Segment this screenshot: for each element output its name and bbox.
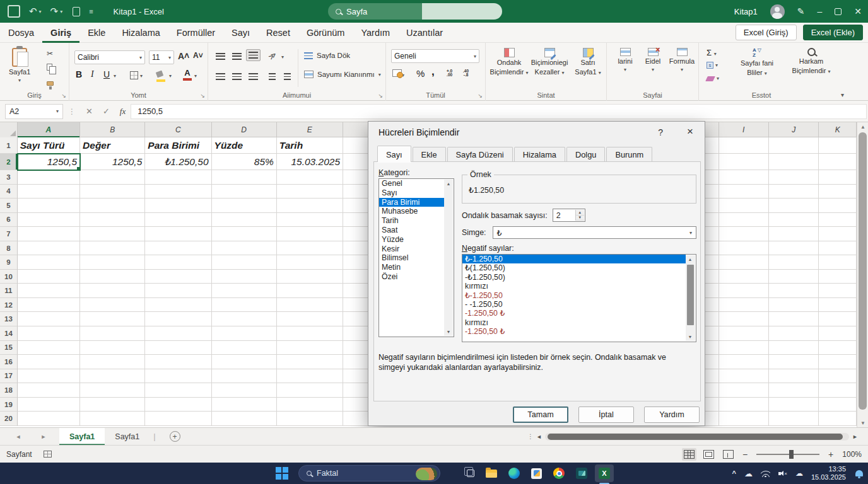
- cell[interactable]: [80, 341, 145, 355]
- column-header[interactable]: I: [719, 122, 769, 137]
- row-header[interactable]: 14: [0, 326, 18, 341]
- dialog-close-icon[interactable]: ×: [687, 125, 693, 138]
- cell[interactable]: [819, 199, 857, 213]
- dialog-tab[interactable]: Sayfa Düzeni: [447, 147, 513, 162]
- cell[interactable]: [18, 185, 80, 199]
- fill-color-icon[interactable]: [156, 69, 165, 82]
- cell[interactable]: [277, 355, 343, 369]
- cell-E2[interactable]: 15.03.2025: [277, 154, 343, 170]
- cell[interactable]: [277, 298, 343, 313]
- cell[interactable]: [819, 213, 857, 228]
- scroll-up-icon[interactable]: ▲: [857, 122, 868, 131]
- cell[interactable]: [819, 341, 857, 355]
- cell[interactable]: [80, 199, 145, 213]
- cell[interactable]: [719, 412, 769, 426]
- increase-indent-icon[interactable]: [284, 73, 291, 80]
- cell[interactable]: [277, 284, 343, 298]
- category-item[interactable]: Kesir: [379, 245, 445, 254]
- cell[interactable]: [719, 154, 769, 170]
- align-middle-icon[interactable]: [232, 53, 242, 60]
- ribbon-tab[interactable]: Sayı: [223, 23, 258, 43]
- cell[interactable]: [819, 270, 857, 284]
- cell[interactable]: [18, 312, 80, 326]
- cell[interactable]: [769, 154, 819, 170]
- dialog-button[interactable]: İptal: [578, 406, 634, 423]
- cell[interactable]: [819, 412, 857, 426]
- volume-icon[interactable]: ×: [778, 470, 787, 477]
- cell[interactable]: [769, 383, 819, 398]
- cell[interactable]: [819, 185, 857, 199]
- column-header[interactable]: C: [145, 122, 211, 137]
- cell[interactable]: [277, 412, 343, 426]
- cell[interactable]: [18, 270, 80, 284]
- cell-B1[interactable]: Değer: [80, 137, 145, 154]
- notification-bell-icon[interactable]: [855, 470, 863, 476]
- column-header[interactable]: E: [277, 122, 343, 137]
- new-file-icon[interactable]: [73, 7, 80, 16]
- cell[interactable]: [769, 369, 819, 384]
- cell[interactable]: [212, 284, 277, 298]
- autosum-icon[interactable]: Σ ▾: [707, 48, 717, 57]
- cell-E1[interactable]: Tarih: [277, 137, 343, 154]
- zoom-slider[interactable]: [756, 454, 819, 455]
- decimal-places-input[interactable]: 2 ▲▼: [553, 209, 585, 222]
- cell[interactable]: [769, 170, 819, 185]
- cell[interactable]: [719, 270, 769, 284]
- cell[interactable]: [277, 369, 343, 384]
- cell[interactable]: [145, 284, 211, 298]
- align-center-icon[interactable]: [232, 73, 242, 80]
- cell[interactable]: [719, 199, 769, 213]
- fill-icon[interactable]: s▾: [707, 62, 718, 69]
- cell[interactable]: [212, 412, 277, 426]
- row-header[interactable]: 18: [0, 383, 18, 398]
- category-scrollbar[interactable]: ▲ ▼: [444, 180, 453, 336]
- negative-format-item[interactable]: -1.250,50 ₺: [462, 309, 686, 318]
- cell[interactable]: [80, 170, 145, 185]
- scroll-up-icon[interactable]: ▲: [444, 180, 453, 188]
- underline-button[interactable]: U: [103, 69, 110, 79]
- category-item[interactable]: Saat: [379, 226, 445, 235]
- taskbar-search[interactable]: Faktal: [298, 465, 440, 481]
- percent-style-icon[interactable]: %: [416, 68, 425, 79]
- search-box[interactable]: Sayfa: [328, 3, 502, 20]
- cell-styles-button[interactable]: Satrı Sayfa1 ▾: [572, 48, 604, 77]
- row-header[interactable]: 15: [0, 341, 18, 355]
- zoom-out-icon[interactable]: −: [742, 449, 748, 459]
- increase-font-icon[interactable]: A˄: [178, 51, 189, 61]
- cell[interactable]: [18, 199, 80, 213]
- row-header[interactable]: 20: [0, 412, 18, 426]
- row-header[interactable]: 10: [0, 270, 18, 284]
- help-icon[interactable]: ?: [658, 127, 663, 137]
- enter-icon[interactable]: ✓: [103, 107, 110, 116]
- row-header[interactable]: 1: [0, 137, 18, 154]
- ribbon-tab[interactable]: Görünüm: [298, 23, 353, 43]
- cell[interactable]: [212, 326, 277, 341]
- cell[interactable]: [769, 298, 819, 313]
- column-header[interactable]: K: [819, 122, 857, 137]
- scroll-right-icon[interactable]: ►: [849, 434, 858, 440]
- cell[interactable]: [819, 170, 857, 185]
- borders-dropdown-icon[interactable]: ▾: [140, 73, 143, 79]
- increase-decimal-icon[interactable]: +.0.00: [447, 69, 452, 77]
- negative-format-item[interactable]: - -1.250,50: [462, 300, 686, 309]
- row-header[interactable]: 8: [0, 241, 18, 256]
- redo-dropdown-icon[interactable]: ▾: [60, 9, 62, 14]
- cell[interactable]: [212, 355, 277, 369]
- media-app-icon[interactable]: [576, 468, 587, 479]
- cell[interactable]: [819, 326, 857, 341]
- font-color-dropdown-icon[interactable]: ▾: [194, 73, 197, 79]
- symbol-combo[interactable]: ₺ ▾: [493, 226, 696, 239]
- row-header[interactable]: 11: [0, 284, 18, 298]
- cell[interactable]: [819, 398, 857, 412]
- cell[interactable]: [80, 255, 145, 270]
- column-header[interactable]: J: [769, 122, 819, 137]
- category-item[interactable]: Para Birimi: [379, 198, 445, 207]
- excel-giris-button[interactable]: Excel (Giriş): [736, 25, 797, 40]
- sheet-next-icon[interactable]: ►: [37, 434, 50, 440]
- dialog-tab[interactable]: Sayı: [377, 146, 411, 162]
- avatar[interactable]: [770, 4, 785, 19]
- cell[interactable]: [18, 298, 80, 313]
- cell[interactable]: [277, 270, 343, 284]
- tray-expand-icon[interactable]: ^: [732, 470, 736, 477]
- cell[interactable]: [719, 137, 769, 154]
